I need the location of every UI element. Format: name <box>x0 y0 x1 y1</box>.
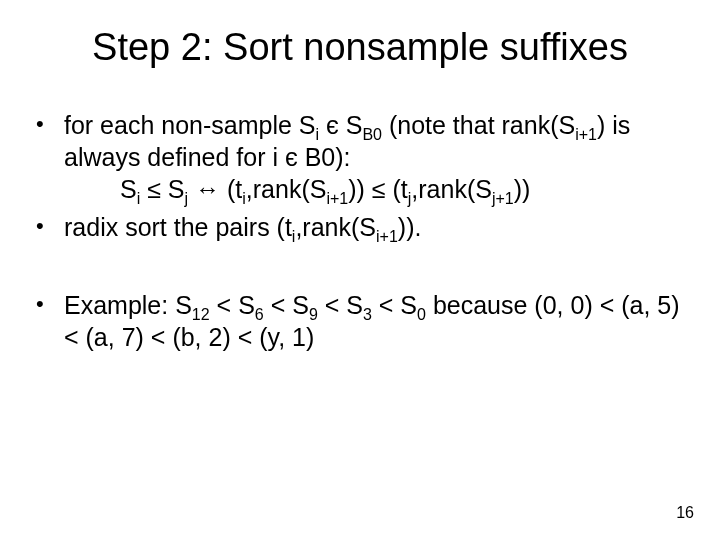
t: < S <box>318 291 363 319</box>
slide-title: Step 2: Sort nonsample suffixes <box>36 26 684 69</box>
bullet-1: • for each non-sample Si є SB0 (note tha… <box>36 109 684 205</box>
t: < S <box>372 291 417 319</box>
bullet-text: radix sort the pairs (ti,rank(Si+1)). <box>64 211 684 243</box>
slide-content: • for each non-sample Si є SB0 (note tha… <box>36 109 684 353</box>
t: )) ≤ (t <box>348 175 408 203</box>
sub: 9 <box>309 306 318 323</box>
bullet-2: • radix sort the pairs (ti,rank(Si+1)). <box>36 211 684 243</box>
t: )). <box>398 213 422 241</box>
sub: 12 <box>192 306 210 323</box>
t: radix sort the pairs (t <box>64 213 292 241</box>
bullet-3: • Example: S12 < S6 < S9 < S3 < S0 becau… <box>36 289 684 353</box>
t: ,rank(S <box>411 175 492 203</box>
bullet-dot: • <box>36 211 64 243</box>
gap <box>36 249 684 289</box>
t: ,rank(S <box>295 213 376 241</box>
sub: i+1 <box>376 228 398 245</box>
bullet-indent: Si ≤ Sj ↔ (ti,rank(Si+1)) ≤ (tj,rank(Sj+… <box>64 173 684 205</box>
t: ≤ S <box>140 175 184 203</box>
t: S <box>120 175 137 203</box>
t: < S <box>210 291 255 319</box>
bullet-dot: • <box>36 289 64 353</box>
t: (note that rank(S <box>382 111 575 139</box>
t: )) <box>514 175 531 203</box>
t: є S <box>319 111 362 139</box>
bullet-text: Example: S12 < S6 < S9 < S3 < S0 because… <box>64 289 684 353</box>
page-number: 16 <box>676 504 694 522</box>
bullet-dot: • <box>36 109 64 205</box>
sub: i+1 <box>326 190 348 207</box>
t: Example: S <box>64 291 192 319</box>
sub: 6 <box>255 306 264 323</box>
sub: B0 <box>362 126 382 143</box>
t: for each non-sample S <box>64 111 316 139</box>
sub: 0 <box>417 306 426 323</box>
t: ,rank(S <box>246 175 327 203</box>
sub: j+1 <box>492 190 514 207</box>
sub: i+1 <box>575 126 597 143</box>
t: < S <box>264 291 309 319</box>
t: ↔ (t <box>188 175 242 203</box>
bullet-text: for each non-sample Si є SB0 (note that … <box>64 109 684 205</box>
sub: 3 <box>363 306 372 323</box>
slide: Step 2: Sort nonsample suffixes • for ea… <box>0 0 720 540</box>
